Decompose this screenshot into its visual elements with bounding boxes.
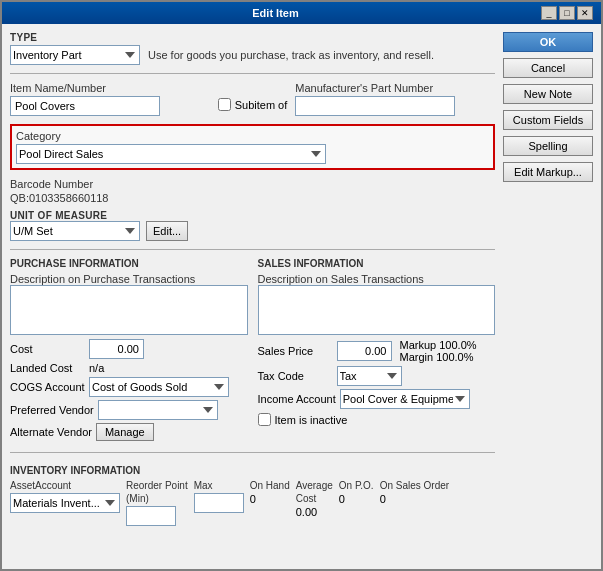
title-bar: Edit Item _ □ ✕ bbox=[2, 2, 601, 24]
type-section: TYPE Inventory Part Use for goods you pu… bbox=[10, 32, 495, 65]
divider-1 bbox=[10, 73, 495, 74]
type-row: Inventory Part Use for goods you purchas… bbox=[10, 45, 495, 65]
purchase-desc-input[interactable] bbox=[10, 285, 248, 335]
close-button[interactable]: ✕ bbox=[577, 6, 593, 20]
category-select[interactable]: Pool Direct Sales bbox=[16, 144, 326, 164]
income-account-select[interactable]: Pool Cover & Equipme... bbox=[340, 389, 470, 409]
uom-row: U/M Set Edit... bbox=[10, 221, 495, 241]
inventory-header: INVENTORY INFORMATION bbox=[10, 465, 495, 476]
inventory-section: INVENTORY INFORMATION AssetAccount Mater… bbox=[10, 465, 495, 526]
manage-button[interactable]: Manage bbox=[96, 423, 154, 441]
maximize-button[interactable]: □ bbox=[559, 6, 575, 20]
avg-cost-sub-label: Cost bbox=[296, 493, 333, 504]
divider-2 bbox=[10, 249, 495, 250]
purchase-desc-label: Description on Purchase Transactions bbox=[10, 273, 248, 285]
avg-cost-value: 0.00 bbox=[296, 506, 333, 518]
uom-label: UNIT OF MEASURE bbox=[10, 210, 495, 221]
reorder-min-label: (Min) bbox=[126, 493, 188, 504]
alternate-vendor-label: Alternate Vendor bbox=[10, 426, 92, 438]
sales-info-header: SALES INFORMATION bbox=[258, 258, 496, 269]
purchase-info-header: PURCHASE INFORMATION bbox=[10, 258, 248, 269]
cogs-label: COGS Account bbox=[10, 381, 85, 393]
main-panel: TYPE Inventory Part Use for goods you pu… bbox=[10, 32, 495, 561]
reorder-min-input[interactable] bbox=[126, 506, 176, 526]
cogs-select[interactable]: Cost of Goods Sold bbox=[89, 377, 229, 397]
content-area: TYPE Inventory Part Use for goods you pu… bbox=[2, 24, 601, 569]
on-sales-order-value: 0 bbox=[380, 493, 449, 505]
cancel-button[interactable]: Cancel bbox=[503, 58, 593, 78]
cost-label: Cost bbox=[10, 343, 85, 355]
tax-code-label: Tax Code bbox=[258, 370, 333, 382]
subitem-checkbox[interactable] bbox=[218, 98, 231, 111]
reorder-point-label: Reorder Point bbox=[126, 480, 188, 491]
sales-price-row: Sales Price Markup 100.0% Margin 100.0% bbox=[258, 339, 496, 363]
manufacturer-input[interactable] bbox=[295, 96, 455, 116]
two-column-area: PURCHASE INFORMATION Description on Purc… bbox=[10, 258, 495, 444]
on-po-col: On P.O. 0 bbox=[339, 480, 374, 505]
uom-section: UNIT OF MEASURE U/M Set Edit... bbox=[10, 210, 495, 241]
sales-desc-input[interactable] bbox=[258, 285, 496, 335]
cogs-row: COGS Account Cost of Goods Sold bbox=[10, 377, 248, 397]
alternate-vendor-row: Alternate Vendor Manage bbox=[10, 423, 248, 441]
edit-markup-button[interactable]: Edit Markup... bbox=[503, 162, 593, 182]
margin-display: Margin 100.0% bbox=[400, 351, 477, 363]
uom-edit-button[interactable]: Edit... bbox=[146, 221, 188, 241]
custom-fields-button[interactable]: Custom Fields bbox=[503, 110, 593, 130]
sales-info-col: SALES INFORMATION Description on Sales T… bbox=[258, 258, 496, 444]
item-inactive-checkbox[interactable] bbox=[258, 413, 271, 426]
on-hand-value: 0 bbox=[250, 493, 290, 505]
divider-3 bbox=[10, 452, 495, 453]
on-po-label: On P.O. bbox=[339, 480, 374, 491]
window-title: Edit Item bbox=[10, 7, 541, 19]
type-select[interactable]: Inventory Part bbox=[10, 45, 140, 65]
item-name-col: Item Name/Number bbox=[10, 82, 210, 116]
income-account-row: Income Account Pool Cover & Equipme... bbox=[258, 389, 496, 409]
item-inactive-row: Item is inactive bbox=[258, 413, 496, 426]
markup-margin-display: Markup 100.0% Margin 100.0% bbox=[400, 339, 477, 363]
manufacturer-col: Manufacturer's Part Number bbox=[295, 82, 495, 116]
sales-price-label: Sales Price bbox=[258, 345, 333, 357]
landed-cost-label: Landed Cost bbox=[10, 362, 85, 374]
preferred-vendor-row: Preferred Vendor bbox=[10, 400, 248, 420]
tax-code-row: Tax Code Tax bbox=[258, 366, 496, 386]
subitem-checkbox-label[interactable]: Subitem of bbox=[218, 98, 288, 111]
asset-account-label: AssetAccount bbox=[10, 480, 120, 491]
preferred-vendor-label: Preferred Vendor bbox=[10, 404, 94, 416]
spelling-button[interactable]: Spelling bbox=[503, 136, 593, 156]
preferred-vendor-select[interactable] bbox=[98, 400, 218, 420]
category-label: Category bbox=[16, 130, 489, 142]
on-hand-col: On Hand 0 bbox=[250, 480, 290, 505]
tax-code-select[interactable]: Tax bbox=[337, 366, 402, 386]
item-name-area: Item Name/Number Subitem of Manufacturer… bbox=[10, 82, 495, 116]
markup-display: Markup 100.0% bbox=[400, 339, 477, 351]
new-note-button[interactable]: New Note bbox=[503, 84, 593, 104]
avg-cost-label: Average bbox=[296, 480, 333, 491]
avg-cost-col: Average Cost 0.00 bbox=[296, 480, 333, 518]
minimize-button[interactable]: _ bbox=[541, 6, 557, 20]
item-name-input[interactable] bbox=[10, 96, 160, 116]
sales-price-input[interactable] bbox=[337, 341, 392, 361]
asset-account-select[interactable]: Materials Invent... bbox=[10, 493, 120, 513]
max-col: Max bbox=[194, 480, 244, 513]
barcode-label: Barcode Number bbox=[10, 178, 495, 190]
barcode-section: Barcode Number QB:0103358660118 bbox=[10, 178, 495, 204]
income-account-label: Income Account bbox=[258, 393, 336, 405]
cost-input[interactable] bbox=[89, 339, 144, 359]
cost-row: Cost bbox=[10, 339, 248, 359]
landed-cost-value: n/a bbox=[89, 362, 104, 374]
max-label: Max bbox=[194, 480, 244, 491]
edit-item-window: Edit Item _ □ ✕ TYPE Inventory Part Use … bbox=[0, 0, 603, 571]
barcode-value: QB:0103358660118 bbox=[10, 192, 495, 204]
inventory-cols: AssetAccount Materials Invent... Reorder… bbox=[10, 480, 495, 526]
on-sales-order-label: On Sales Order bbox=[380, 480, 449, 491]
type-description: Use for goods you purchase, track as inv… bbox=[148, 49, 495, 61]
max-input[interactable] bbox=[194, 493, 244, 513]
right-panel: OK Cancel New Note Custom Fields Spellin… bbox=[503, 32, 593, 561]
ok-button[interactable]: OK bbox=[503, 32, 593, 52]
uom-select[interactable]: U/M Set bbox=[10, 221, 140, 241]
item-inactive-label: Item is inactive bbox=[275, 414, 348, 426]
category-box: Category Pool Direct Sales bbox=[10, 124, 495, 170]
subitem-label: Subitem of bbox=[235, 99, 288, 111]
on-hand-label: On Hand bbox=[250, 480, 290, 491]
reorder-point-col: Reorder Point (Min) bbox=[126, 480, 188, 526]
